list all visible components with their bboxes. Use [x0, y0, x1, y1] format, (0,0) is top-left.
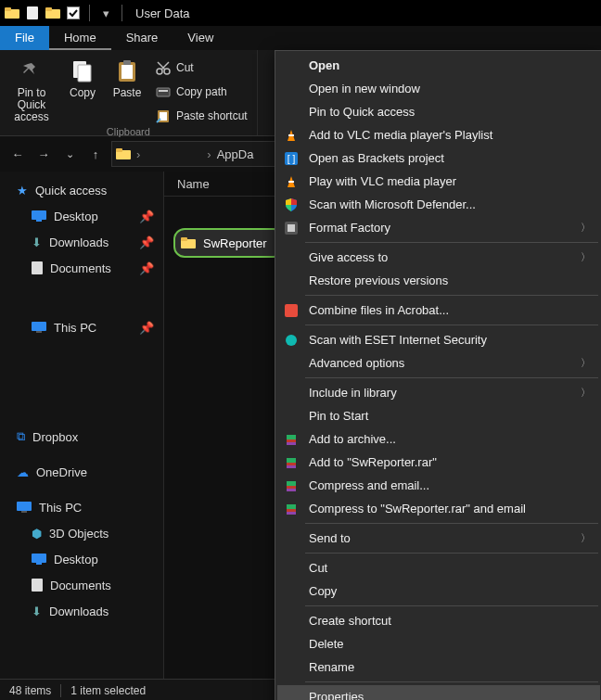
- copy-label: Copy: [70, 87, 96, 99]
- svg-rect-30: [181, 237, 187, 241]
- copy-path-icon: [156, 85, 171, 98]
- recent-dropdown[interactable]: ⌄: [59, 144, 80, 164]
- cut-label: Cut: [176, 61, 194, 74]
- tab-share[interactable]: Share: [111, 26, 173, 50]
- svg-rect-24: [17, 502, 32, 511]
- forward-button[interactable]: →: [33, 144, 54, 164]
- ctx-pin-start[interactable]: Pin to Start: [277, 404, 600, 427]
- ctx-compress-email[interactable]: Compress and email...: [277, 474, 600, 497]
- ctx-restore-versions[interactable]: Restore previous versions: [277, 269, 600, 292]
- doc-qat-icon[interactable]: [24, 5, 41, 21]
- ctx-copy[interactable]: Copy: [277, 579, 600, 603]
- svg-rect-32: [288, 134, 294, 136]
- sidebar-label: Downloads: [49, 235, 109, 249]
- ctx-pin-quick-access[interactable]: Pin to Quick access: [277, 100, 600, 123]
- documents-icon: [32, 579, 43, 592]
- status-selected: 1 item selected: [70, 684, 146, 697]
- ctx-separator: [305, 605, 598, 606]
- ctx-acrobat[interactable]: Combine files in Acrobat...: [277, 299, 600, 322]
- file-row-selected[interactable]: SwReporter: [173, 228, 285, 258]
- chevron-right-icon: 〉: [581, 531, 591, 545]
- pin-icon: 📌: [139, 261, 154, 275]
- breadcrumb-chevron-icon[interactable]: ›: [136, 147, 140, 161]
- sidebar-downloads[interactable]: ⬇ Downloads 📌: [0, 229, 163, 255]
- svg-rect-27: [36, 563, 42, 565]
- ctx-include-library[interactable]: Include in library〉: [277, 381, 600, 404]
- paste-shortcut-icon: [156, 108, 171, 123]
- svg-rect-4: [45, 7, 52, 11]
- pin-to-quick-access-button[interactable]: Pin to Quick access: [6, 52, 58, 126]
- paste-shortcut-button[interactable]: Paste shortcut: [156, 106, 248, 126]
- ctx-eset[interactable]: Scan with ESET Internet Security: [277, 328, 600, 351]
- pin-icon: 📌: [139, 235, 154, 249]
- ctx-brackets[interactable]: [ ]Open as Brackets project: [277, 146, 600, 170]
- chevron-right-icon: 〉: [581, 356, 591, 370]
- ctx-delete[interactable]: Delete: [277, 632, 600, 655]
- pin-icon: 📌: [139, 210, 154, 223]
- ctx-send-to[interactable]: Send to〉: [277, 527, 600, 550]
- ribbon-group-clipboard: Pin to Quick access Copy Paste: [0, 50, 258, 135]
- ctx-vlc-playlist[interactable]: Add to VLC media player's Playlist: [277, 123, 600, 146]
- tab-view[interactable]: View: [173, 26, 228, 50]
- back-button[interactable]: ←: [7, 144, 28, 164]
- chevron-right-icon: 〉: [581, 250, 591, 264]
- scissors-icon: [156, 60, 171, 75]
- breadcrumb-chevron-icon-2[interactable]: ›: [207, 147, 211, 161]
- ctx-cut[interactable]: Cut: [277, 556, 600, 579]
- ctx-advanced-options[interactable]: Advanced options〉: [277, 351, 600, 375]
- ctx-give-access[interactable]: Give access to〉: [277, 246, 600, 269]
- ctx-rename[interactable]: Rename: [277, 655, 600, 679]
- svg-text:[ ]: [ ]: [288, 154, 296, 164]
- ctx-open[interactable]: Open: [277, 54, 600, 77]
- svg-rect-46: [287, 463, 296, 465]
- paste-button[interactable]: Paste: [108, 52, 147, 126]
- ctx-separator: [305, 523, 598, 524]
- sidebar-quick-access[interactable]: ★ Quick access: [0, 177, 163, 203]
- tab-home[interactable]: Home: [49, 26, 111, 50]
- checkbox-qat-icon[interactable]: [65, 5, 82, 21]
- ctx-defender[interactable]: Scan with Microsoft Defender...: [277, 193, 600, 216]
- ctx-properties[interactable]: Properties: [277, 685, 600, 700]
- sidebar-this-pc[interactable]: This PC: [0, 494, 163, 520]
- svg-rect-39: [285, 304, 298, 317]
- dropdown-qat-icon[interactable]: ▾: [97, 5, 114, 21]
- breadcrumb-segment[interactable]: AppDa: [217, 147, 254, 161]
- ctx-separator: [305, 242, 598, 243]
- sidebar-onedrive[interactable]: ☁ OneDrive: [0, 459, 163, 485]
- ctx-add-rar[interactable]: Add to "SwReporter.rar": [277, 451, 600, 474]
- eset-icon: [283, 332, 300, 349]
- svg-rect-48: [287, 481, 296, 486]
- ctx-separator: [305, 681, 598, 682]
- cut-button[interactable]: Cut: [156, 57, 248, 78]
- sidebar-dropbox[interactable]: ⧉ Dropbox: [0, 424, 163, 450]
- ctx-create-shortcut[interactable]: Create shortcut: [277, 609, 600, 632]
- winrar-icon: [283, 501, 300, 517]
- copy-path-button[interactable]: Copy path: [156, 82, 248, 102]
- ctx-vlc-play[interactable]: Play with VLC media player: [277, 170, 600, 193]
- sidebar-documents[interactable]: Documents 📌: [0, 255, 163, 281]
- sidebar-desktop[interactable]: Desktop 📌: [0, 203, 163, 229]
- folder2-qat-icon[interactable]: [45, 5, 61, 21]
- ribbon-mini-group: Cut Copy path Paste shortcut: [152, 52, 251, 126]
- tab-file[interactable]: File: [0, 26, 49, 50]
- status-count: 48 items: [9, 684, 51, 697]
- titlebar-separator-2: [121, 5, 122, 21]
- status-separator: [60, 684, 61, 697]
- svg-rect-14: [159, 90, 168, 92]
- sidebar-label: OneDrive: [36, 465, 87, 479]
- sidebar-label: Documents: [50, 261, 111, 275]
- ctx-format-factory[interactable]: Format Factory〉: [277, 216, 600, 239]
- ctx-add-archive[interactable]: Add to archive...: [277, 427, 600, 451]
- ctx-open-new-window[interactable]: Open in new window: [277, 77, 600, 100]
- this-pc-icon: [17, 502, 32, 513]
- ctx-compress-rar-email[interactable]: Compress to "SwReporter.rar" and email: [277, 497, 600, 520]
- sidebar-downloads-2[interactable]: ⬇ Downloads: [0, 598, 163, 624]
- sidebar-this-pc-pinned[interactable]: This PC 📌: [0, 314, 163, 340]
- sidebar-documents-2[interactable]: Documents: [0, 572, 163, 598]
- svg-rect-1: [5, 7, 11, 11]
- sidebar-desktop-2[interactable]: Desktop: [0, 546, 163, 572]
- copy-button[interactable]: Copy: [63, 52, 102, 126]
- up-button[interactable]: ↑: [85, 144, 106, 164]
- sidebar-3d-objects[interactable]: ⬢ 3D Objects: [0, 520, 163, 546]
- folder-qat-icon[interactable]: [4, 5, 20, 21]
